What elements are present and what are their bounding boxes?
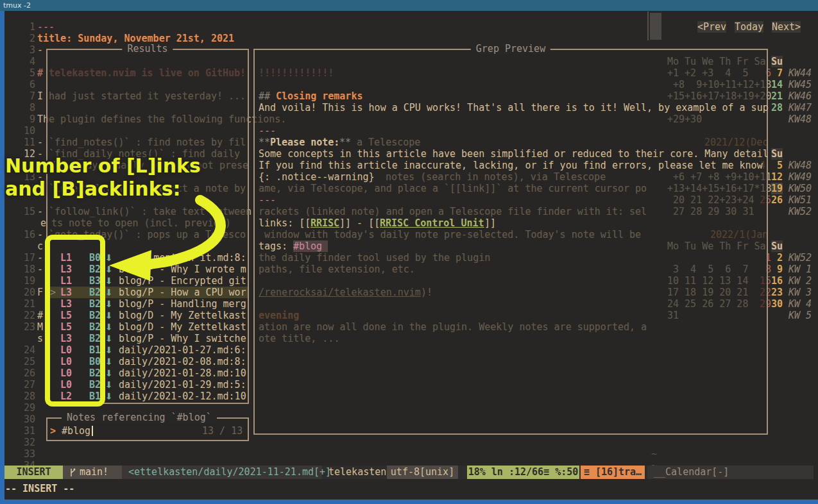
- down-arrow-icon: ⬇: [105, 252, 113, 264]
- calendar-cell: 30: [771, 298, 783, 310]
- line-number: 9: [9, 113, 35, 125]
- tmux-titlebar: tmux -2: [0, 0, 818, 11]
- plugin-name: telekasten: [322, 466, 386, 479]
- calendar-cell: KW48: [788, 113, 812, 125]
- preview-text: ##: [259, 90, 276, 102]
- grep-preview-title: Grep Preview: [471, 44, 550, 55]
- window-border-bottom: [0, 500, 818, 504]
- down-arrow-icon: ⬇: [105, 321, 113, 333]
- line-number: 30: [9, 414, 35, 425]
- line-number: 21: [9, 298, 35, 310]
- whitespace-warning-segment-label: ≡ [16]tra…: [584, 466, 642, 478]
- preview-text: And voila! This is how a CPU works! That…: [259, 102, 769, 113]
- results-title: Results: [122, 44, 173, 55]
- result-row-label: blog/D - My Zettelkast: [119, 310, 246, 321]
- preview-text: RRISC Control Unit: [380, 217, 484, 229]
- buffer-text: -: [37, 252, 43, 264]
- prompt-title: Notes referencing `#blog`: [62, 412, 217, 423]
- preview-text: Please note:: [270, 137, 339, 148]
- preview-text: **: [339, 137, 351, 148]
- line-number: 26: [9, 367, 35, 379]
- down-arrow-icon: ⬇: [105, 367, 113, 379]
- calendar-cell: 14: [771, 79, 783, 90]
- buffer-text: e: [40, 217, 46, 229]
- text-cursor: [92, 426, 93, 436]
- calendar-cell: 2: [771, 252, 783, 264]
- calendar-next-button[interactable]: Next>: [772, 21, 801, 33]
- line-number: 32: [9, 437, 35, 448]
- calendar-cell: KW52: [788, 252, 812, 264]
- calendar-cell: 26: [771, 194, 783, 206]
- calendar-cell: 7: [771, 67, 783, 79]
- down-arrow-icon: ⬇: [105, 264, 113, 275]
- down-arrow-icon: ⬇: [105, 287, 113, 298]
- line-number: 24: [9, 344, 35, 356]
- terminal-screen: tmux -2 1---2title: Sunday, November 21s…: [0, 0, 818, 504]
- result-row-label: i mention it.md:8:: [119, 252, 246, 264]
- calendar-cell: KW48: [788, 160, 812, 171]
- result-row-label: blog/D - My Zettelkast: [119, 321, 246, 333]
- preview-text: RRISC: [311, 217, 339, 229]
- preview-text: If you find this article inaccurate, lac…: [259, 160, 763, 171]
- prompt-counter: 13 / 13: [202, 425, 243, 437]
- calendar-cell: KW46: [788, 90, 812, 102]
- calendar-cell: 21: [771, 90, 783, 102]
- calendar-cell: KW 1: [788, 264, 812, 275]
- buffer-text: ~: [651, 448, 657, 460]
- preview-text: tags:: [259, 240, 293, 252]
- line-number: 11: [9, 137, 35, 148]
- preview-text: ---: [259, 194, 276, 206]
- line-number: 16: [9, 229, 35, 240]
- line-number: 20: [9, 287, 35, 298]
- calendar-cell: KW47: [788, 102, 812, 113]
- encoding-segment-label: utf-8[unix]: [391, 466, 454, 478]
- file-path-segment: <ettelkasten/daily/2021-11-21.md[+]: [122, 466, 322, 479]
- line-number: 3: [9, 44, 35, 56]
- preview-text: ---: [259, 125, 276, 137]
- preview-text: {: .notice--warning}: [259, 171, 375, 183]
- down-arrow-icon: ⬇: [105, 391, 113, 402]
- line-number: 17: [9, 252, 35, 264]
- result-row-label: daily/2021-01-29.md:5:: [119, 379, 246, 391]
- buffer-text: -: [37, 44, 43, 56]
- line-number: 2: [9, 33, 35, 44]
- preview-text: ]]: [484, 217, 496, 229]
- whitespace-warning-segment: ≡ [16]tra…: [581, 466, 645, 479]
- window-separator: [647, 12, 649, 40]
- buffer-text: c: [37, 240, 43, 252]
- preview-text: Closing remarks: [276, 90, 362, 102]
- result-row-label: daily/2021-01-28.md:10: [119, 367, 246, 379]
- down-arrow-icon: ⬇: [105, 379, 113, 391]
- line-number: 4: [9, 56, 35, 67]
- mode-message: -- INSERT --: [5, 483, 74, 494]
- down-arrow-icon: ⬇: [105, 344, 113, 356]
- calendar-prev-button[interactable]: <Prev: [697, 21, 726, 33]
- line-number: 5: [9, 67, 35, 79]
- calendar-today-button[interactable]: Today: [735, 21, 763, 33]
- line-number: 33: [9, 448, 35, 460]
- calendar-cell: Su: [771, 240, 783, 252]
- down-arrow-icon: ⬇: [105, 333, 113, 344]
- line-number: 15: [9, 206, 35, 217]
- line-number: 10: [9, 125, 35, 137]
- line-number: 18: [9, 264, 35, 275]
- preview-text: #blog: [293, 240, 328, 252]
- result-row-label: blog/P - Why I wrote m: [119, 264, 246, 275]
- line-number: 25: [9, 356, 35, 367]
- calendar-cell: KW49: [788, 171, 812, 183]
- preview-text: **: [259, 137, 270, 148]
- buffer-text: -: [37, 264, 43, 275]
- line-number: 1: [9, 21, 35, 33]
- line-number: 7: [9, 90, 35, 102]
- line-number: 6: [9, 79, 35, 90]
- calendar-cell: KW 4: [788, 298, 812, 310]
- result-row-label: blog/P - Why I switche: [119, 333, 246, 344]
- calendar-cell: 19: [771, 183, 783, 194]
- buffer-text: ---: [37, 21, 55, 33]
- calendar-cell: KW 3: [788, 287, 812, 298]
- scrollbar-thumb[interactable]: [650, 13, 661, 40]
- prompt-caret: >: [50, 425, 56, 437]
- position-segment-label: 18% ln :12/66≡ %:50: [468, 466, 579, 478]
- calendar-cell: KW 2: [788, 275, 812, 287]
- annotation-highlight-box: [45, 235, 105, 407]
